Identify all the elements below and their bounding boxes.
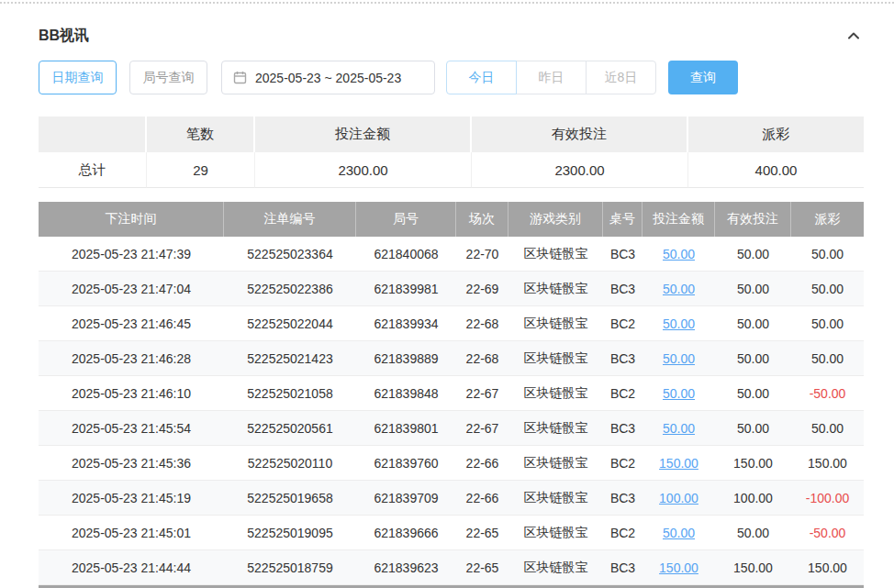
quick-button-yesterday[interactable]: 昨日 — [516, 61, 587, 94]
table-row: 2025-05-23 21:46:28522525021423621839889… — [39, 341, 864, 376]
cell-session: 22-66 — [456, 446, 508, 481]
column-header: 派彩 — [791, 202, 864, 237]
cell-payout: 50.00 — [791, 306, 864, 341]
cell-payout: -50.00 — [791, 376, 864, 411]
cell-table_no: BC3 — [603, 341, 643, 376]
cell-order_no: 522525019658 — [224, 481, 356, 516]
date-range-input[interactable]: 2025-05-23 ~ 2025-05-23 — [221, 61, 435, 94]
date-query-tab[interactable]: 日期查询 — [39, 61, 117, 94]
cell-payout: 50.00 — [791, 237, 864, 272]
summary-header-cell: 笔数 — [147, 116, 255, 152]
quick-button-today[interactable]: 今日 — [446, 61, 517, 94]
bet-amount-link[interactable]: 50.00 — [663, 421, 695, 436]
summary-header-cell: 投注金额 — [255, 116, 472, 152]
cell-round_no: 621839760 — [356, 446, 456, 481]
summary-value-cell: 400.00 — [688, 152, 864, 188]
quick-button-last-8-days[interactable]: 近8日 — [586, 61, 656, 94]
cell-order_no: 522525021423 — [224, 341, 356, 376]
cell-session: 22-65 — [456, 516, 508, 550]
cell-table_no: BC3 — [603, 272, 643, 306]
bet-amount-link[interactable]: 50.00 — [663, 526, 695, 540]
cell-session: 22-69 — [456, 272, 508, 306]
cell-game: 区块链骰宝 — [508, 237, 603, 272]
cell-round_no: 621839981 — [356, 272, 456, 306]
cell-round_no: 621839848 — [356, 376, 456, 411]
cell-valid: 50.00 — [715, 306, 791, 341]
cell-table_no: BC3 — [603, 411, 643, 446]
chevron-up-icon[interactable] — [844, 26, 864, 46]
cell-round_no: 621839889 — [356, 341, 456, 376]
cell-bet: 50.00 — [643, 306, 715, 341]
cell-session: 22-68 — [456, 341, 508, 376]
table-row: 2025-05-23 21:46:45522525022044621839934… — [39, 306, 864, 341]
round-query-tab[interactable]: 局号查询 — [129, 61, 207, 94]
cell-game: 区块链骰宝 — [508, 341, 603, 376]
cell-table_no: BC2 — [603, 516, 643, 550]
cell-time: 2025-05-23 21:45:19 — [39, 481, 224, 516]
cell-round_no: 621839801 — [356, 411, 456, 446]
summary-header-cell: 有效投注 — [472, 116, 688, 152]
cell-order_no: 522525023364 — [224, 237, 356, 272]
bet-amount-link[interactable]: 50.00 — [663, 316, 695, 331]
cell-bet: 50.00 — [643, 237, 715, 272]
cell-game: 区块链骰宝 — [508, 376, 603, 411]
table-row: 2025-05-23 21:45:36522525020110621839760… — [39, 446, 864, 481]
cell-table_no: BC2 — [603, 376, 643, 411]
panel-header: BB视讯 — [39, 4, 864, 61]
cell-order_no: 522525022044 — [224, 306, 356, 341]
cell-game: 区块链骰宝 — [508, 272, 603, 306]
cell-table_no: BC2 — [603, 446, 643, 481]
cell-session: 22-67 — [456, 411, 508, 446]
bet-amount-link[interactable]: 50.00 — [663, 351, 695, 366]
cell-table_no: BC3 — [603, 481, 643, 516]
cell-time: 2025-05-23 21:47:04 — [39, 272, 224, 306]
cell-payout: 50.00 — [791, 272, 864, 306]
bet-amount-link[interactable]: 50.00 — [663, 282, 695, 296]
column-header: 有效投注 — [715, 202, 791, 237]
table-row: 2025-05-23 21:46:10522525021058621839848… — [39, 376, 864, 411]
cell-valid: 50.00 — [715, 411, 791, 446]
bet-amount-link[interactable]: 50.00 — [663, 386, 695, 401]
summary-value-cell: 2300.00 — [255, 152, 472, 188]
cell-time: 2025-05-23 21:45:36 — [39, 446, 224, 481]
cell-time: 2025-05-23 21:44:44 — [39, 550, 224, 585]
cell-time: 2025-05-23 21:45:54 — [39, 411, 224, 446]
summary-value-cell: 29 — [147, 152, 255, 188]
bet-amount-link[interactable]: 150.00 — [659, 456, 698, 471]
bet-amount-link[interactable]: 150.00 — [659, 560, 698, 575]
cell-table_no: BC2 — [603, 306, 643, 341]
cell-valid: 150.00 — [715, 446, 791, 481]
cell-valid: 100.00 — [715, 481, 791, 516]
table-header-row: 下注时间注单编号局号场次游戏类别桌号投注金额有效投注派彩 — [39, 202, 864, 237]
search-button[interactable]: 查询 — [668, 61, 738, 94]
cell-valid: 50.00 — [715, 272, 791, 306]
calendar-icon — [233, 71, 247, 84]
cell-game: 区块链骰宝 — [508, 411, 603, 446]
cell-time: 2025-05-23 21:46:10 — [39, 376, 224, 411]
bet-amount-link[interactable]: 100.00 — [659, 491, 698, 505]
cell-game: 区块链骰宝 — [508, 481, 603, 516]
bet-amount-link[interactable]: 50.00 — [663, 247, 695, 261]
cell-order_no: 522525022386 — [224, 272, 356, 306]
cell-bet: 150.00 — [643, 446, 715, 481]
cell-bet: 50.00 — [643, 376, 715, 411]
column-header: 投注金额 — [643, 202, 715, 237]
cell-time: 2025-05-23 21:46:28 — [39, 341, 224, 376]
cell-round_no: 621839934 — [356, 306, 456, 341]
cell-valid: 50.00 — [715, 341, 791, 376]
column-header: 注单编号 — [224, 202, 356, 237]
cell-session: 22-70 — [456, 237, 508, 272]
cell-order_no: 522525021058 — [224, 376, 356, 411]
summary-header-cell — [39, 116, 147, 152]
summary-value-cell: 总计 — [39, 152, 147, 188]
cell-session: 22-65 — [456, 550, 508, 585]
table-row: 2025-05-23 21:45:54522525020561621839801… — [39, 411, 864, 446]
cell-round_no: 621839623 — [356, 550, 456, 585]
cell-bet: 50.00 — [643, 272, 715, 306]
cell-bet: 50.00 — [643, 516, 715, 550]
summary-header-row: 笔数投注金额有效投注派彩 — [39, 116, 864, 152]
cell-round_no: 621839709 — [356, 481, 456, 516]
cell-order_no: 522525019095 — [224, 516, 356, 550]
column-header: 游戏类别 — [508, 202, 603, 237]
table-body: 2025-05-23 21:47:39522525023364621840068… — [39, 237, 864, 585]
